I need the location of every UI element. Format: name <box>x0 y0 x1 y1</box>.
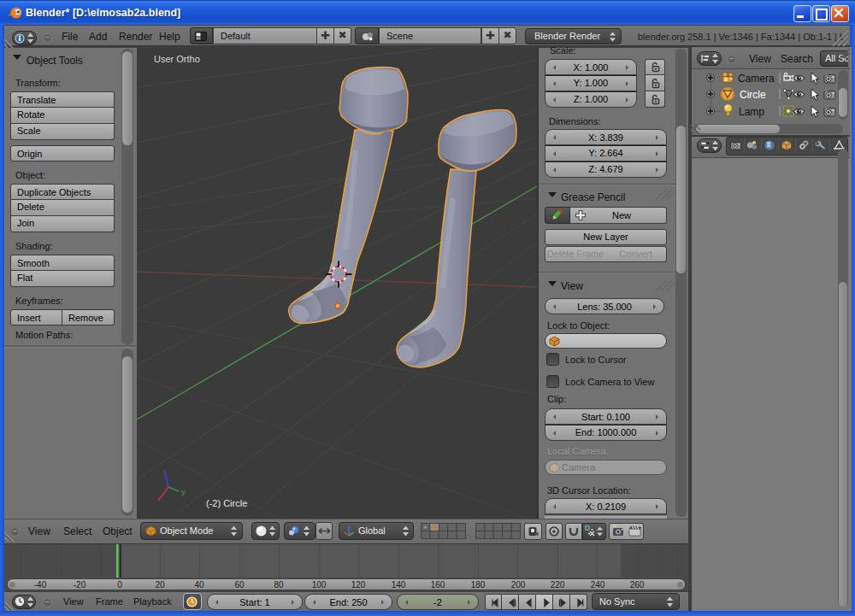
svg-text:y: y <box>181 488 186 496</box>
svg-text:(-2) Circle: (-2) Circle <box>206 498 247 508</box>
svg-text:User Ortho: User Ortho <box>154 54 200 64</box>
